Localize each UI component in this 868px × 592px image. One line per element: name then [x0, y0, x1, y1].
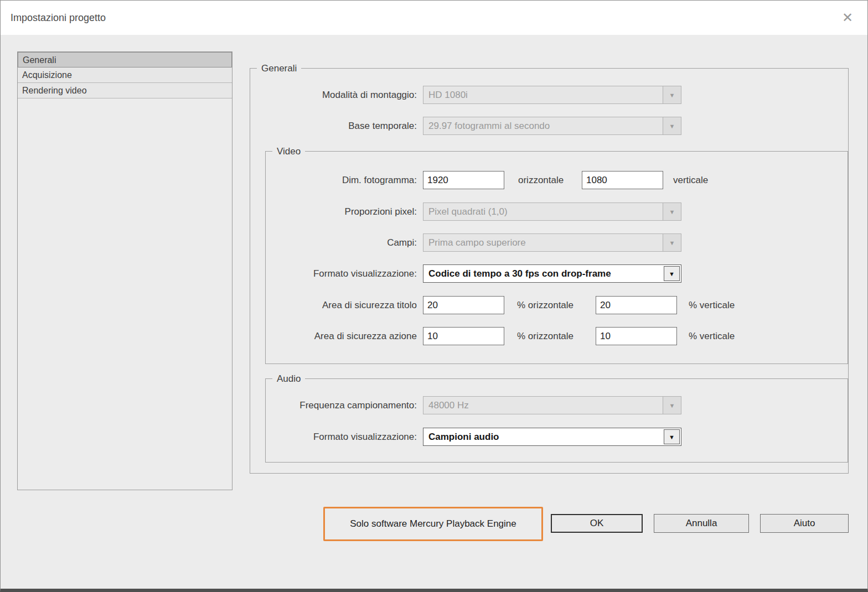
- sample-rate-dropdown: 48000 Hz ▼: [423, 396, 681, 414]
- titlebar: Impostazioni progetto ✕: [1, 1, 867, 35]
- timebase-dropdown: 29.97 fotogrammi al secondo ▼: [423, 117, 681, 135]
- audio-group: Audio: [265, 378, 848, 463]
- action-safe-vertical-suffix: % verticale: [689, 327, 735, 345]
- frame-height-input[interactable]: [582, 171, 663, 189]
- sample-rate-value: 48000 Hz: [423, 400, 663, 411]
- audio-legend: Audio: [272, 373, 305, 385]
- close-icon[interactable]: ✕: [838, 10, 857, 25]
- generali-legend: Generali: [257, 63, 301, 74]
- sidebar-item-generali[interactable]: Generali: [18, 52, 232, 67]
- audio-display-format-label: Formato visualizzazione:: [244, 428, 417, 446]
- sidebar-item-acquisizione[interactable]: Acquisizione: [18, 67, 232, 83]
- chevron-down-icon: ▼: [663, 86, 681, 103]
- action-safe-label: Area di sicurezza azione: [244, 327, 417, 345]
- pixel-aspect-value: Pixel quadrati (1,0): [423, 206, 663, 217]
- editing-mode-dropdown: HD 1080i ▼: [423, 86, 681, 104]
- chevron-down-icon: ▼: [663, 117, 681, 134]
- frame-width-suffix: orizzontale: [518, 171, 564, 189]
- timebase-label: Base temporale:: [244, 117, 417, 135]
- chevron-down-icon: ▼: [664, 429, 680, 444]
- timebase-value: 29.97 fotogrammi al secondo: [423, 121, 663, 132]
- video-display-format-value: Codice di tempo a 30 fps con drop-frame: [423, 268, 664, 279]
- dialog-title: Impostazioni progetto: [11, 12, 106, 24]
- action-safe-horizontal-input[interactable]: [423, 327, 504, 345]
- title-safe-horizontal-input[interactable]: [423, 296, 504, 314]
- chevron-down-icon: ▼: [663, 203, 681, 220]
- fields-label: Campi:: [244, 233, 417, 252]
- pixel-aspect-dropdown: Pixel quadrati (1,0) ▼: [423, 202, 681, 221]
- video-display-format-label: Formato visualizzazione:: [244, 264, 417, 283]
- audio-display-format-dropdown[interactable]: Campioni audio ▼: [423, 428, 681, 446]
- settings-category-list: Generali Acquisizione Rendering video: [17, 51, 232, 490]
- fields-dropdown: Prima campo superiore ▼: [423, 233, 681, 252]
- help-button[interactable]: Aiuto: [760, 514, 849, 533]
- video-display-format-dropdown[interactable]: Codice di tempo a 30 fps con drop-frame …: [423, 264, 681, 283]
- pixel-aspect-label: Proporzioni pixel:: [244, 202, 417, 221]
- editing-mode-label: Modalità di montaggio:: [244, 86, 417, 104]
- action-safe-horizontal-suffix: % orizzontale: [517, 327, 574, 345]
- chevron-down-icon: ▼: [663, 234, 681, 251]
- title-safe-horizontal-suffix: % orizzontale: [517, 296, 574, 314]
- ok-button[interactable]: OK: [551, 514, 643, 533]
- video-legend: Video: [272, 146, 305, 157]
- frame-width-input[interactable]: [423, 171, 504, 189]
- audio-display-format-value: Campioni audio: [423, 432, 664, 443]
- title-safe-vertical-input[interactable]: [596, 296, 677, 314]
- action-safe-vertical-input[interactable]: [596, 327, 677, 345]
- cancel-button[interactable]: Annulla: [654, 514, 749, 533]
- project-settings-dialog: Impostazioni progetto ✕ Generali Acquisi…: [0, 0, 868, 592]
- playback-engine-text: Solo software Mercury Playback Engine: [350, 518, 516, 529]
- chevron-down-icon: ▼: [664, 266, 680, 281]
- sample-rate-label: Frequenza campionamento:: [244, 396, 417, 414]
- engine-annotation-box: Solo software Mercury Playback Engine: [323, 507, 543, 541]
- title-safe-vertical-suffix: % verticale: [689, 296, 735, 314]
- sidebar-item-rendering-video[interactable]: Rendering video: [18, 83, 232, 98]
- fields-value: Prima campo superiore: [423, 237, 663, 248]
- frame-height-suffix: verticale: [673, 171, 708, 189]
- editing-mode-value: HD 1080i: [423, 90, 663, 101]
- chevron-down-icon: ▼: [663, 397, 681, 414]
- frame-size-label: Dim. fotogramma:: [244, 171, 417, 189]
- title-safe-label: Area di sicurezza titolo: [244, 296, 417, 314]
